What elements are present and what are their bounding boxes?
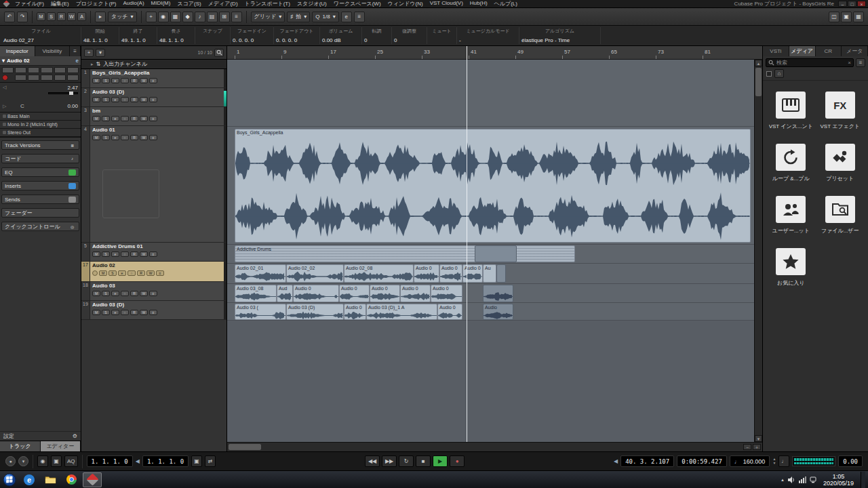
track-button-≡[interactable]: ≡	[149, 291, 157, 296]
audio-event[interactable]: Audio 0	[439, 264, 462, 283]
menu-item-8[interactable]: スタジオ(U)	[294, 0, 330, 7]
bottom-tab-0[interactable]: トラック	[0, 441, 41, 451]
pan-db-value[interactable]: 0.00	[67, 103, 78, 109]
tempo-stepper[interactable]: ▲▼	[772, 458, 776, 465]
audio-event[interactable]: Audio 0	[293, 285, 339, 302]
track-button-s[interactable]: S	[102, 291, 110, 296]
track-button-s[interactable]: S	[102, 116, 110, 121]
toolbar-tool-icon-0[interactable]: +	[146, 12, 157, 22]
inspector-mini-button-1[interactable]	[15, 67, 26, 73]
edit-channel-icon[interactable]: e	[76, 58, 79, 64]
track-row-18[interactable]: 18Audio 03MSe○RW≡	[81, 282, 226, 301]
toolbar-a-state-button[interactable]: A	[77, 12, 86, 21]
inspector-mini-button-7[interactable]	[15, 75, 26, 81]
quantize-panel-button[interactable]: ≡	[354, 12, 365, 22]
gear-icon[interactable]: ⚙	[73, 433, 77, 439]
menu-item-9[interactable]: ワークスペース(W)	[330, 0, 384, 7]
track-button-m[interactable]: M	[92, 291, 100, 296]
punch-out-button[interactable]: ▣	[51, 455, 62, 467]
menu-item-7[interactable]: トランスポート(T)	[241, 0, 294, 7]
play-button[interactable]: ▶	[433, 455, 448, 467]
add-track-button[interactable]: +	[84, 49, 94, 57]
swap-locators-icon[interactable]: ⇄	[205, 455, 216, 467]
track-row-3[interactable]: 3bmMSe○RW≡	[81, 107, 226, 126]
media-tile-star[interactable]: お気に入り	[768, 248, 814, 287]
right-zone-tab-2[interactable]: CR	[816, 46, 842, 56]
track-button-w[interactable]: W	[140, 78, 148, 83]
zoom-out-button[interactable]: −	[743, 444, 751, 450]
taskbar-explorer-button[interactable]	[41, 472, 60, 487]
track-button-m[interactable]: M	[92, 78, 100, 83]
inspector-section-5[interactable]: フェーダー	[1, 208, 79, 218]
undo-button[interactable]: ↶	[4, 12, 15, 22]
track-button-○[interactable]: ○	[121, 97, 129, 102]
stop-button[interactable]: ■	[416, 455, 431, 467]
start-button[interactable]	[1, 472, 18, 488]
action-center-icon[interactable]	[810, 476, 816, 483]
tray-expand-icon[interactable]: ▲	[781, 478, 785, 482]
minimize-button[interactable]: –	[838, 1, 847, 7]
taskbar-chrome-button[interactable]	[62, 472, 81, 487]
track-button-e[interactable]: e	[111, 135, 119, 140]
track-button-○[interactable]: ○	[121, 291, 129, 296]
track-button-m[interactable]: M	[92, 310, 100, 315]
audio-event[interactable]: Audio 0	[462, 264, 483, 283]
track-button-r[interactable]: R	[130, 135, 138, 140]
track-button-r[interactable]: R	[130, 97, 138, 102]
info-field-value[interactable]: 48. 1. 1. 0	[83, 37, 117, 43]
audio-event[interactable]: Audio 0	[414, 264, 439, 283]
media-tile-preset[interactable]: プリセット	[818, 144, 863, 182]
right-zone-tab-0[interactable]: VSTi	[763, 46, 789, 56]
toolbar-tool-icon-3[interactable]: ◆	[182, 12, 193, 22]
audio-event[interactable]: Au	[483, 264, 496, 283]
menu-item-5[interactable]: スコア(S)	[174, 0, 204, 7]
audio-event[interactable]: Audio 03 (D)_1 A	[366, 304, 437, 320]
media-tile-piano[interactable]: VST インス...ント	[768, 92, 814, 130]
toolbar-r-state-button[interactable]: R	[57, 12, 66, 21]
inspector-section-4[interactable]: Sends	[1, 195, 79, 204]
info-field-value[interactable]: Audio 02_27	[3, 37, 79, 43]
audio-event[interactable]: Audio 0	[437, 304, 462, 320]
scroll-down-button[interactable]: ▼	[755, 435, 762, 442]
track-button-e[interactable]: e	[111, 291, 119, 296]
audio-event[interactable]: Audio 0	[431, 285, 462, 302]
quantize-grid-dropdown[interactable]: ♯ 拍 ▾	[287, 12, 310, 22]
info-field-value[interactable]: 0. 0. 0. 0	[276, 37, 317, 43]
audio-event[interactable]: Audio 03 (D)	[286, 304, 344, 320]
track-button-s[interactable]: S	[102, 78, 110, 83]
volume-value[interactable]: 2.47	[67, 85, 78, 91]
quantize-preset-dropdown[interactable]: Q 1/8 ▾	[312, 12, 338, 22]
inspector-tab-menu-icon[interactable]: ≡	[70, 46, 81, 56]
grid-type-dropdown[interactable]: グリッド ▾	[251, 12, 285, 22]
taskbar-clock[interactable]: 1:05 2020/05/19	[820, 473, 857, 487]
menu-item-3[interactable]: Audio(A)	[119, 0, 147, 7]
horizontal-scrollbar[interactable]: − +	[227, 442, 762, 451]
toolbar-m-state-button[interactable]: M	[37, 12, 45, 21]
track-button-e[interactable]: e	[111, 251, 119, 257]
track-button-≡[interactable]: ≡	[149, 116, 157, 121]
menu-item-11[interactable]: VST Cloud(V)	[427, 0, 467, 7]
transport-config-button[interactable]: ●	[5, 456, 16, 466]
track-button-r[interactable]: R	[130, 78, 138, 83]
right-locator-display[interactable]: 1. 1. 1. 0	[142, 455, 189, 467]
inspector-mini-button-10[interactable]	[54, 75, 66, 81]
audio-event[interactable]: Audio 0	[400, 285, 431, 302]
workspace-layout-button-2[interactable]: ▦	[853, 12, 864, 22]
cycle-button[interactable]: ↻	[399, 455, 414, 467]
toolbar-tool-icon-6[interactable]: ⊞	[219, 12, 230, 22]
routing-row-2[interactable]: Stereo Out	[0, 129, 81, 137]
toolbar-tool-icon-4[interactable]: ♪	[195, 12, 205, 22]
track-button-≡[interactable]: ≡	[156, 270, 164, 276]
audio-event[interactable]: Audio 0	[370, 285, 400, 302]
audio-event[interactable]: Audio 03_08	[235, 285, 277, 302]
pointer-tool-button[interactable]: ▸	[95, 12, 106, 22]
track-button-≡[interactable]: ≡	[149, 310, 157, 315]
toolbar-tool-icon-1[interactable]: ◉	[158, 12, 169, 22]
inspector-mini-button-8[interactable]	[28, 75, 39, 81]
go-to-start-button[interactable]: ◀◀	[365, 455, 380, 467]
info-field-value[interactable]	[197, 37, 228, 43]
audio-event[interactable]: Audio 0	[344, 304, 366, 320]
menu-item-0[interactable]: ファイル(F)	[12, 0, 47, 7]
time-display[interactable]: 0:00:59.427	[677, 455, 727, 467]
punch-in-button[interactable]: ◉	[37, 455, 48, 467]
